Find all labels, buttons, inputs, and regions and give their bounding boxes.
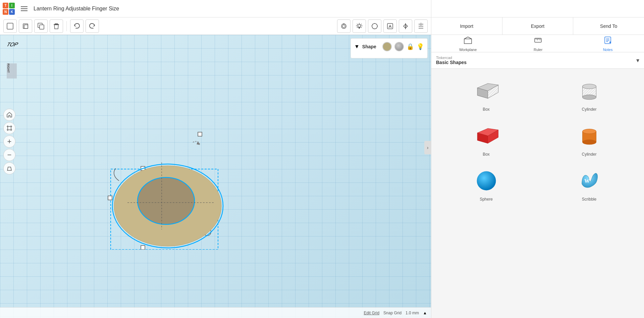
- shapes-category-name: Basic Shapes: [436, 60, 467, 65]
- shapes-dropdown-btn[interactable]: ▾: [636, 57, 639, 64]
- shape-color-gray[interactable]: [394, 42, 404, 51]
- panel-collapse-btn[interactable]: ›: [424, 141, 431, 154]
- svg-marker-42: [421, 24, 421, 25]
- svg-rect-33: [387, 23, 393, 29]
- view-controls: + −: [3, 109, 15, 174]
- cube-top-face: TOP: [5, 42, 25, 48]
- shape-item-cylinder-orange[interactable]: Cylinder: [538, 117, 641, 162]
- render-btn[interactable]: [383, 19, 397, 33]
- shape-panel: ▼ Shape 🔒 💡: [351, 38, 428, 58]
- right-top-toolbar: [431, 0, 644, 17]
- light-btn[interactable]: [353, 19, 366, 33]
- redo-btn[interactable]: [86, 19, 99, 33]
- shape-panel-collapse[interactable]: ▼: [354, 44, 360, 50]
- workplane-icon: [463, 36, 473, 47]
- right-actions-toolbar: Import Export Send To: [431, 17, 644, 35]
- ruler-btn[interactable]: Ruler: [526, 34, 550, 53]
- shape-lock-icon[interactable]: 🔒: [407, 43, 414, 50]
- menu-icon-btn[interactable]: [17, 2, 31, 15]
- view-cube[interactable]: TOP RIGHT: [7, 42, 34, 68]
- shape-label-box-red: Box: [483, 152, 490, 157]
- notes-icon: [603, 36, 612, 47]
- perspective-btn[interactable]: [3, 162, 15, 174]
- svg-rect-72: [535, 38, 541, 42]
- svg-point-88: [582, 84, 596, 89]
- camera-btn[interactable]: [337, 19, 351, 33]
- separator: [66, 21, 67, 31]
- svg-point-26: [342, 25, 345, 28]
- zoom-out-btn[interactable]: −: [3, 149, 15, 161]
- svg-marker-36: [404, 24, 406, 28]
- copy-btn[interactable]: [19, 19, 32, 33]
- fit-view-btn[interactable]: [3, 122, 15, 134]
- svg-marker-52: [7, 167, 11, 170]
- import-btn[interactable]: Import: [431, 17, 502, 35]
- shape-item-cylinder-gray[interactable]: Cylinder: [538, 72, 641, 117]
- cube-right-face: RIGHT: [7, 63, 17, 78]
- shape-label-cylinder-orange: Cylinder: [582, 152, 596, 157]
- bottom-bar: Edit Grid Snap Grid 1.0 mm ▲: [0, 307, 431, 318]
- workplane-btn[interactable]: Workplane: [456, 34, 480, 53]
- viewport-toolbar: [0, 17, 431, 35]
- svg-marker-37: [406, 24, 408, 28]
- ruler-label: Ruler: [534, 48, 542, 52]
- workplane-label: Workplane: [459, 48, 477, 52]
- export-btn[interactable]: Export: [502, 17, 574, 35]
- svg-rect-23: [55, 23, 58, 24]
- shape-item-sphere-blue[interactable]: Sphere: [435, 162, 538, 207]
- svg-rect-22: [40, 25, 44, 29]
- snap-grid-up[interactable]: ▲: [423, 311, 427, 315]
- shape-btn[interactable]: [368, 19, 381, 33]
- shapes-brand: Tinkercad: [436, 56, 467, 60]
- undo-btn[interactable]: [70, 19, 84, 33]
- svg-point-95: [477, 171, 496, 191]
- shape-preview-box-red: [473, 122, 500, 149]
- svg-line-69: [464, 37, 468, 39]
- svg-marker-41: [421, 22, 421, 23]
- svg-point-94: [582, 129, 596, 134]
- svg-text:W: W: [584, 178, 589, 184]
- right-panel: Import Export Send To Workplane Ruler No…: [431, 0, 644, 318]
- delete-btn[interactable]: [50, 19, 63, 33]
- mirror-btn[interactable]: [399, 19, 412, 33]
- svg-point-32: [372, 23, 377, 29]
- shape-label-box-gray: Box: [483, 107, 490, 112]
- cube-front-face: [7, 48, 22, 63]
- svg-point-93: [582, 140, 596, 145]
- new-shape-btn[interactable]: [3, 19, 17, 33]
- svg-rect-2: [21, 10, 28, 11]
- shape-color-khaki[interactable]: [382, 42, 392, 51]
- logo-i: I: [9, 3, 15, 8]
- svg-rect-68: [464, 39, 472, 44]
- shape-light-icon[interactable]: 💡: [417, 43, 424, 50]
- shape-label-sphere: Sphere: [480, 197, 493, 202]
- shape-preview-box-gray: [473, 77, 500, 104]
- shape-panel-title: Shape: [362, 44, 376, 49]
- home-view-btn[interactable]: [3, 109, 15, 121]
- shape-item-scribble[interactable]: W Scribble: [538, 162, 641, 207]
- notes-label: Notes: [603, 48, 613, 52]
- send-to-btn[interactable]: Send To: [573, 17, 644, 35]
- shape-label-cylinder-gray: Cylinder: [582, 107, 596, 112]
- ring-object[interactable]: [101, 129, 245, 250]
- logo-k: K: [9, 9, 15, 15]
- ruler-icon: [533, 36, 543, 47]
- svg-rect-0: [21, 6, 28, 7]
- svg-line-71: [468, 37, 472, 39]
- svg-rect-58: [198, 132, 202, 136]
- shapes-category-header: Tinkercad Basic Shapes ▾: [431, 52, 644, 69]
- shape-item-box-red[interactable]: Box: [435, 117, 538, 162]
- viewport[interactable]: TOP RIGHT + −: [0, 35, 431, 318]
- svg-rect-54: [108, 196, 112, 200]
- svg-rect-18: [7, 23, 13, 29]
- svg-rect-57: [141, 246, 145, 250]
- align-btn[interactable]: [414, 19, 428, 33]
- shape-preview-sphere-blue: [473, 167, 500, 194]
- notes-btn[interactable]: Notes: [596, 34, 620, 53]
- zoom-in-btn[interactable]: +: [3, 136, 15, 148]
- logo-n: N: [3, 9, 8, 15]
- shape-item-box-gray[interactable]: Box: [435, 72, 538, 117]
- duplicate-btn[interactable]: [34, 19, 48, 33]
- svg-point-25: [341, 24, 346, 29]
- edit-grid-link[interactable]: Edit Grid: [364, 311, 379, 315]
